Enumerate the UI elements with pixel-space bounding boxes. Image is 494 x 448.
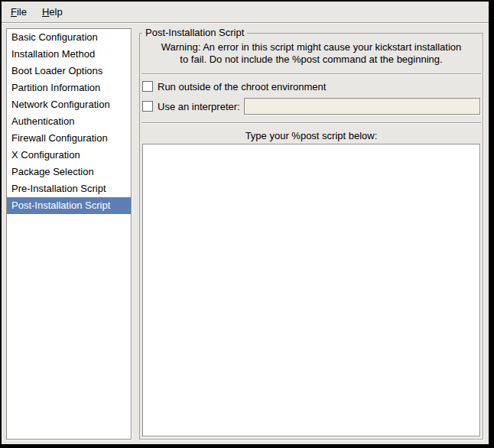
post-installation-script-frame: Post-Installation Script Warning: An err… [139, 33, 483, 440]
menu-bar: File Help [2, 2, 489, 23]
run-outside-chroot-label: Run outside of the chroot environment [158, 81, 326, 93]
menu-file-label: ile [17, 6, 27, 18]
menu-help-mnemonic: H [42, 6, 49, 18]
use-interpreter-row: Use an interpreter: [142, 98, 480, 115]
separator [141, 73, 481, 75]
sidebar-item-x-configuration[interactable]: X Configuration [7, 147, 131, 164]
sidebar-item-firewall-configuration[interactable]: Firewall Configuration [7, 130, 131, 147]
menu-file[interactable]: File [3, 3, 34, 21]
interpreter-input[interactable] [244, 98, 480, 115]
run-outside-chroot-checkbox[interactable] [142, 81, 153, 92]
sidebar-item-network-configuration[interactable]: Network Configuration [7, 96, 131, 113]
menu-file-mnemonic: F [11, 6, 17, 18]
sidebar-item-partition-information[interactable]: Partition Information [7, 80, 131, 96]
sidebar-item-package-selection[interactable]: Package Selection [7, 164, 131, 180]
sidebar-item-boot-loader-options[interactable]: Boot Loader Options [7, 63, 131, 80]
sidebar-item-post-installation-script[interactable]: Post-Installation Script [7, 197, 131, 214]
use-interpreter-checkbox[interactable] [142, 101, 153, 112]
use-interpreter-label: Use an interpreter: [158, 101, 240, 112]
sidebar-item-installation-method[interactable]: Installation Method [7, 46, 131, 63]
post-script-textarea[interactable] [142, 144, 480, 437]
warning-text: Warning: An error in this script might c… [140, 41, 483, 66]
warning-line-1: Warning: An error in this script might c… [140, 41, 483, 54]
frame-title: Post-Installation Script [142, 27, 247, 38]
menu-help-label: elp [49, 6, 62, 18]
menu-help[interactable]: Help [34, 3, 70, 21]
run-outside-chroot-row: Run outside of the chroot environment [142, 80, 480, 93]
section-list: Basic Configuration Installation Method … [6, 28, 132, 440]
warning-line-2: to fail. Do not include the %post comman… [140, 54, 483, 66]
sidebar-item-basic-configuration[interactable]: Basic Configuration [7, 29, 131, 46]
sidebar-item-pre-installation-script[interactable]: Pre-Installation Script [7, 180, 131, 197]
separator [141, 122, 481, 124]
script-prompt-label: Type your %post script below: [140, 130, 483, 141]
app-window: File Help Basic Configuration Installati… [2, 2, 489, 444]
sidebar-item-authentication[interactable]: Authentication [7, 113, 131, 130]
